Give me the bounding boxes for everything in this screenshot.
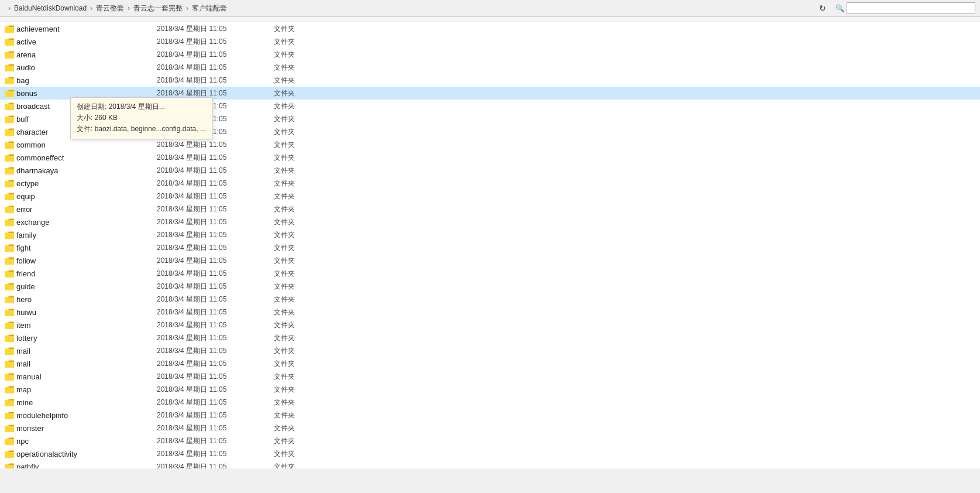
file-date: 2018/3/4 星期日 11:05 [157, 462, 274, 469]
folder-name-text: fight [16, 244, 31, 252]
table-row[interactable]: operationalactivity 2018/3/4 星期日 11:05 文… [0, 447, 980, 460]
svg-rect-62 [5, 220, 14, 226]
search-icon: 🔍 [835, 4, 844, 12]
breadcrumb-1[interactable]: BaiduNetdiskDownload [14, 4, 87, 12]
table-row[interactable]: huiwu 2018/3/4 星期日 11:05 文件夹 [0, 306, 980, 319]
folder-name-text: monster [16, 424, 44, 433]
table-row[interactable]: monster 2018/3/4 星期日 11:05 文件夹 [0, 422, 980, 434]
table-row[interactable]: map 2018/3/4 星期日 11:05 文件夹 [0, 383, 980, 396]
svg-rect-50 [5, 182, 14, 187]
table-row[interactable]: mail 2018/3/4 星期日 11:05 文件夹 [0, 344, 980, 357]
folder-name-text: active [16, 37, 36, 46]
table-row[interactable]: pathfly 2018/3/4 星期日 11:05 文件夹 [0, 460, 980, 468]
svg-rect-139 [5, 464, 9, 465]
svg-rect-35 [5, 129, 9, 131]
file-name: exchange [5, 218, 157, 227]
folder-name-text: achievement [16, 25, 60, 33]
svg-rect-18 [5, 78, 14, 84]
table-row[interactable]: arena 2018/3/4 星期日 11:05 文件夹 [0, 48, 980, 61]
file-type: 文件夹 [274, 217, 332, 227]
svg-rect-59 [5, 207, 9, 208]
file-name: mail [5, 347, 157, 355]
table-row[interactable]: item 2018/3/4 星期日 11:05 文件夹 [0, 319, 980, 331]
table-row[interactable]: modulehelpinfo 2018/3/4 星期日 11:05 文件夹 [0, 409, 980, 422]
breadcrumb-2[interactable]: 青云整套 [96, 4, 124, 13]
table-row[interactable]: mine 2018/3/4 星期日 11:05 文件夹 [0, 396, 980, 409]
file-date: 2018/3/4 星期日 11:05 [157, 346, 274, 356]
table-row[interactable]: active 2018/3/4 星期日 11:05 文件夹 [0, 35, 980, 48]
svg-rect-7 [5, 39, 9, 40]
folder-name-text: mail [16, 347, 30, 355]
svg-rect-119 [5, 400, 9, 401]
file-date: 2018/3/4 星期日 11:05 [157, 385, 274, 395]
svg-rect-110 [5, 375, 14, 381]
svg-rect-26 [5, 104, 14, 110]
search-box[interactable] [847, 2, 975, 14]
breadcrumb-current[interactable]: 客户端配套 [192, 4, 227, 13]
file-type: 文件夹 [274, 256, 332, 266]
file-date: 2018/3/4 星期日 11:05 [157, 217, 274, 227]
file-name: map [5, 385, 157, 394]
table-row[interactable]: exchange 2018/3/4 星期日 11:05 文件夹 [0, 215, 980, 228]
svg-rect-27 [5, 104, 9, 105]
file-date: 2018/3/4 星期日 11:05 [157, 166, 274, 176]
folder-icon [5, 308, 14, 316]
folder-icon [5, 25, 14, 33]
table-row[interactable]: achievement 2018/3/4 星期日 11:05 文件夹 [0, 22, 980, 35]
file-name: family [5, 231, 157, 239]
svg-rect-131 [5, 439, 9, 440]
folder-icon [5, 50, 14, 59]
folder-name-text: exchange [16, 218, 49, 227]
file-type: 文件夹 [274, 50, 332, 60]
table-row[interactable]: lottery 2018/3/4 星期日 11:05 文件夹 [0, 331, 980, 344]
file-date: 2018/3/4 星期日 11:05 [157, 37, 274, 47]
breadcrumb-3[interactable]: 青云志一套完整 [133, 4, 183, 13]
file-date: 2018/3/4 星期日 11:05 [157, 295, 274, 304]
table-row[interactable]: equip 2018/3/4 星期日 11:05 文件夹 [0, 190, 980, 203]
file-type: 文件夹 [274, 346, 332, 356]
folder-icon [5, 437, 14, 445]
table-row[interactable]: mall 2018/3/4 星期日 11:05 文件夹 [0, 357, 980, 370]
table-row[interactable]: audio 2018/3/4 星期日 11:05 文件夹 [0, 61, 980, 74]
table-row[interactable]: ectype 2018/3/4 星期日 11:05 文件夹 [0, 177, 980, 190]
folder-icon [5, 411, 14, 419]
svg-rect-15 [5, 65, 9, 66]
file-name: commoneffect [5, 153, 157, 162]
table-row[interactable]: follow 2018/3/4 星期日 11:05 文件夹 [0, 254, 980, 267]
file-type: 文件夹 [274, 140, 332, 150]
table-row[interactable]: bag 2018/3/4 星期日 11:05 文件夹 [0, 74, 980, 87]
table-row[interactable]: commoneffect 2018/3/4 星期日 11:05 文件夹 [0, 151, 980, 164]
table-row[interactable]: common 2018/3/4 星期日 11:05 文件夹 [0, 138, 980, 151]
file-date: 2018/3/4 星期日 11:05 [157, 256, 274, 266]
svg-rect-106 [5, 362, 14, 368]
table-row[interactable]: friend 2018/3/4 星期日 11:05 文件夹 [0, 267, 980, 280]
file-name: pathfly [5, 463, 157, 469]
table-row[interactable]: guide 2018/3/4 星期日 11:05 文件夹 [0, 280, 980, 293]
table-row[interactable]: bonus 2018/3/4 星期日 11:05 文件夹 创建日期: 2018/… [0, 87, 980, 100]
svg-rect-83 [5, 284, 9, 285]
search-input[interactable] [851, 4, 971, 12]
table-row[interactable]: manual 2018/3/4 星期日 11:05 文件夹 [0, 370, 980, 383]
table-row[interactable]: family 2018/3/4 星期日 11:05 文件夹 [0, 228, 980, 241]
table-row[interactable]: error 2018/3/4 星期日 11:05 文件夹 [0, 203, 980, 215]
table-row[interactable]: hero 2018/3/4 星期日 11:05 文件夹 [0, 293, 980, 306]
refresh-icon[interactable]: ↻ [819, 4, 826, 13]
file-name: common [5, 141, 157, 149]
svg-rect-43 [5, 155, 9, 156]
svg-rect-67 [5, 232, 9, 234]
file-date: 2018/3/4 星期日 11:05 [157, 449, 274, 459]
tooltip-size: 大小: 260 KB [77, 112, 206, 124]
svg-rect-90 [5, 310, 14, 316]
svg-rect-127 [5, 426, 9, 427]
table-row[interactable]: fight 2018/3/4 星期日 11:05 文件夹 [0, 241, 980, 254]
folder-name-text: dharmakaya [16, 166, 59, 175]
svg-rect-115 [5, 387, 9, 388]
folder-icon [5, 321, 14, 329]
folder-name-text: bag [16, 76, 29, 85]
file-type: 文件夹 [274, 179, 332, 189]
table-row[interactable]: dharmakaya 2018/3/4 星期日 11:05 文件夹 [0, 164, 980, 177]
svg-rect-122 [5, 413, 14, 419]
svg-rect-3 [5, 26, 9, 28]
folder-icon [5, 282, 14, 290]
table-row[interactable]: npc 2018/3/4 星期日 11:05 文件夹 [0, 434, 980, 447]
